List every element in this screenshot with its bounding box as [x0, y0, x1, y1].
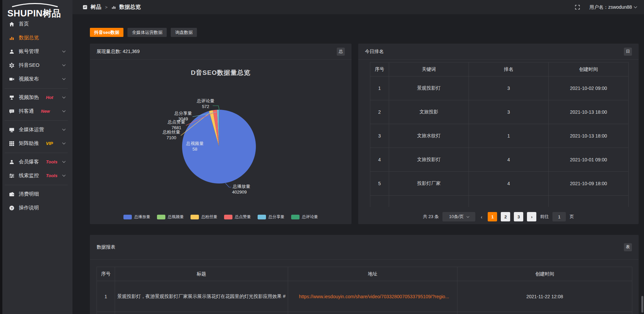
- prev-page-button[interactable]: ‹: [479, 214, 484, 220]
- page-size-select[interactable]: 10条/页: [442, 212, 475, 221]
- sidebar-item-label: 全媒体运营: [19, 126, 44, 133]
- column-header: 标题: [115, 267, 288, 281]
- report-panel-header: 数据报表 表: [90, 235, 639, 260]
- legend-item-1[interactable]: 总视频量: [157, 214, 184, 220]
- video-icon: [9, 76, 14, 82]
- help-icon: ?: [9, 205, 14, 211]
- table-view-button[interactable]: 表: [624, 243, 632, 251]
- sidebar-item-user[interactable]: 账号管理: [0, 45, 72, 58]
- sidebar-item-monitor[interactable]: 全媒体运营: [0, 123, 72, 137]
- table-row: 3文旅水纹灯12021-10-13 18:00: [370, 124, 629, 148]
- chart-legend: 总播放量 总视频量 总粉丝量 总点赞量 总分享量 总评论量: [90, 214, 352, 220]
- sidebar-item-video[interactable]: 视频发布: [0, 72, 72, 86]
- page-button-2[interactable]: 2: [501, 212, 510, 221]
- report-title: 数据报表: [97, 244, 115, 250]
- page-button-1[interactable]: 1: [488, 212, 497, 221]
- column-header: 关键词: [389, 62, 469, 76]
- total-view-button[interactable]: 总: [337, 48, 345, 56]
- data-tabs: 抖音seo数据全媒体运营数据询盘数据: [90, 28, 197, 37]
- goto-page-input[interactable]: [552, 212, 566, 221]
- topbar: 树品 > 数据总览 用户名：zswodun88: [72, 0, 644, 15]
- legend-item-4[interactable]: 总分享量: [258, 214, 284, 220]
- sidebar-item-gear[interactable]: 抖音SEO: [0, 58, 72, 72]
- chat-icon: [9, 109, 14, 114]
- table-cell: 2021-10-13 18:00: [549, 124, 629, 148]
- impressions-total: 展现量总数: 421,369: [97, 49, 140, 55]
- sidebar-item-label: 抖客通: [19, 108, 34, 114]
- legend-swatch: [191, 215, 199, 219]
- legend-item-2[interactable]: 总粉丝量: [191, 214, 217, 220]
- day-view-button[interactable]: 日: [624, 48, 632, 56]
- sidebar-item-sliders[interactable]: 线索监控 Tools: [0, 169, 72, 182]
- ranking-panel-header: 今日排名 日: [358, 44, 639, 60]
- sidebar-item-wallet[interactable]: 消费明细: [0, 187, 72, 201]
- chevron-down-icon: [62, 160, 66, 163]
- pie-label-value: 7100: [167, 135, 176, 140]
- svg-text:?: ?: [11, 206, 13, 210]
- menu-divider: [5, 88, 68, 89]
- chart-panel: 展现量总数: 421,369 总 D音SEO数据量总览总播放量402909总视频…: [90, 44, 352, 224]
- chart-icon: [9, 35, 14, 41]
- heat-icon: [9, 95, 14, 100]
- chevron-down-icon: [62, 49, 66, 53]
- breadcrumb: 树品 > 数据总览: [83, 4, 141, 11]
- tab-2[interactable]: 询盘数据: [171, 28, 197, 37]
- badge-vip: VIP: [46, 141, 53, 146]
- sidebar-item-label: 会员爆客: [19, 159, 39, 165]
- created-cell: 2021-11-22 12:08: [458, 281, 632, 312]
- breadcrumb-root[interactable]: 树品: [91, 4, 101, 11]
- sidebar-item-label: 视频发布: [19, 76, 39, 82]
- next-page-button[interactable]: ›: [527, 212, 536, 221]
- sidebar-item-chart[interactable]: 数据总览: [0, 31, 72, 45]
- column-header: 排名: [469, 62, 549, 76]
- table-cell: 3: [370, 124, 389, 148]
- app: SHUPIN树品 首页 数据总览 账号管理 抖音SEO 视频发布 视频加热: [0, 0, 644, 314]
- sliders-icon: [9, 173, 14, 178]
- sidebar-item-help[interactable]: ? 操作说明: [0, 201, 72, 215]
- video-link[interactable]: https://www.iesdouyin.com/share/video/70…: [299, 294, 449, 299]
- legend-item-3[interactable]: 总点赞量: [224, 214, 251, 220]
- breadcrumb-current[interactable]: 数据总览: [119, 4, 141, 11]
- chevron-down-icon: [62, 109, 66, 112]
- label-leader-line: [225, 183, 231, 187]
- badge-tools: Tools: [46, 173, 57, 178]
- sidebar-item-chat[interactable]: 抖客通 New: [0, 104, 72, 118]
- legend-item-0[interactable]: 总播放量: [123, 214, 150, 220]
- ranking-panel: 今日排名 日 序号关键词排名创建时间1景观投影灯32021-10-02 09:0…: [358, 44, 639, 224]
- sidebar-item-member[interactable]: 会员爆客 Tools: [0, 155, 72, 169]
- tab-1[interactable]: 全媒体运营数据: [127, 28, 167, 37]
- legend-swatch: [157, 215, 165, 219]
- column-header: 创建时间: [549, 62, 629, 76]
- legend-swatch: [224, 215, 232, 219]
- pie-label-name: 总播放量: [232, 184, 250, 189]
- chevron-down-icon: [62, 173, 66, 177]
- sidebar-item-label: 矩阵助推: [19, 140, 39, 147]
- tab-0[interactable]: 抖音seo数据: [90, 28, 123, 37]
- table-row: 2文旅投影32021-10-13 18:00: [370, 100, 629, 124]
- badge-new: New: [41, 109, 50, 114]
- fullscreen-icon[interactable]: [575, 5, 580, 10]
- member-icon: [9, 159, 14, 165]
- breadcrumb-separator: >: [104, 5, 108, 10]
- page-button-3[interactable]: 3: [514, 212, 523, 221]
- chevron-down-icon: [62, 141, 66, 145]
- chevron-down-icon: [62, 127, 66, 131]
- ranking-title: 今日排名: [365, 49, 384, 55]
- sidebar-item-heat[interactable]: 视频加热 Hot: [0, 91, 72, 104]
- sidebar-item-home[interactable]: 首页: [0, 17, 72, 31]
- legend-item-5[interactable]: 总评论量: [291, 214, 318, 220]
- username-label: 用户名：zswodun88: [589, 4, 632, 10]
- pie-label-name: 总评论量: [197, 98, 214, 103]
- goto-label: 前往: [540, 214, 549, 220]
- table-row: 1景观投影灯32021-10-02 09:00: [370, 76, 629, 100]
- user-icon: [9, 49, 14, 54]
- monitor-icon: [9, 127, 14, 133]
- legend-label: 总视频量: [168, 214, 184, 220]
- table-cell: 2021-10-09 18:00: [549, 172, 629, 196]
- sidebar-item-grid[interactable]: 矩阵助推 VIP: [0, 137, 72, 150]
- chart-title: D音SEO数据量总览: [191, 69, 251, 76]
- chart-panel-header: 展现量总数: 421,369 总: [90, 44, 352, 60]
- url-cell: https://www.iesdouyin.com/share/video/70…: [288, 281, 458, 312]
- scrollbar-thumb[interactable]: [641, 296, 643, 313]
- user-menu[interactable]: 用户名：zswodun88: [589, 4, 637, 10]
